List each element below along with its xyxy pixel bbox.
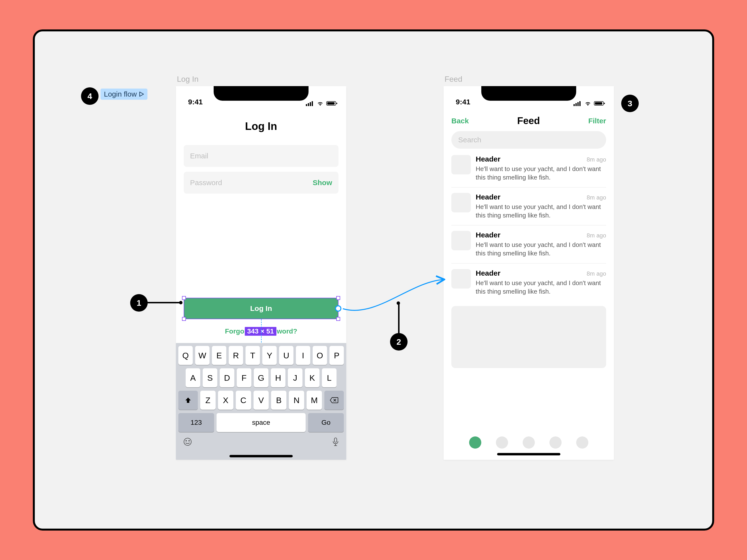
show-password-link[interactable]: Show [313,179,332,187]
flow-chip-label: Login flow [104,90,137,98]
letter-key[interactable]: I [296,346,310,365]
letter-key[interactable]: C [236,391,251,410]
home-indicator[interactable] [229,455,293,457]
svg-point-8 [184,438,191,446]
tab-dot[interactable] [469,436,481,449]
frame-feed[interactable]: 9:41 Back Feed Filter Search Header8m ag… [444,86,614,460]
letter-key[interactable]: E [212,346,226,365]
svg-rect-7 [336,103,337,104]
svg-rect-3 [310,102,311,106]
home-indicator[interactable] [497,453,560,455]
item-time: 8m ago [587,232,606,239]
letter-key[interactable]: Q [178,346,193,365]
annotation-badge: 4 [81,87,99,105]
item-body-text: He'll want to use your yacht, and I don'… [476,203,606,220]
selection-handle-icon[interactable] [336,317,340,321]
tab-dot[interactable] [523,436,535,449]
page-title: Feed [517,115,540,126]
svg-rect-14 [577,102,578,106]
item-time: 8m ago [587,194,606,201]
letter-key[interactable]: Y [262,346,277,365]
letter-key[interactable]: J [288,368,303,387]
letter-key[interactable]: S [203,368,217,387]
svg-rect-1 [306,104,307,106]
signal-icon [573,101,582,106]
letter-key[interactable]: G [254,368,268,387]
list-item[interactable]: Header8m agoHe'll want to use your yacht… [452,264,606,301]
backspace-key[interactable] [324,391,344,410]
keyboard[interactable]: QWERTYUIOP ASDFGHJKL ZXCVBNM 123 space G… [176,343,346,460]
letter-key[interactable]: M [307,391,322,410]
svg-point-9 [186,440,187,442]
shift-key[interactable] [178,391,198,410]
go-key[interactable]: Go [308,413,344,432]
search-placeholder: Search [458,136,481,144]
item-body-text: He'll want to use your yacht, and I don'… [476,241,606,258]
microphone-icon[interactable] [332,437,339,448]
numeric-key[interactable]: 123 [178,413,214,432]
status-bar: 9:41 [176,86,346,108]
letter-key[interactable]: D [220,368,234,387]
back-button[interactable]: Back [452,117,469,125]
status-icons [306,101,337,106]
letter-key[interactable]: X [218,391,233,410]
svg-rect-13 [575,103,577,106]
feed-list[interactable]: Header8m agoHe'll want to use your yacht… [444,150,614,301]
letter-key[interactable]: R [229,346,243,365]
password-field[interactable]: Password Show [184,172,338,194]
thumbnail [452,193,471,212]
letter-key[interactable]: P [330,346,344,365]
letter-key[interactable]: O [313,346,327,365]
prototype-connector[interactable] [342,275,446,318]
forgot-suffix: word? [277,327,297,335]
space-key[interactable]: space [216,413,306,432]
letter-key[interactable]: Z [200,391,215,410]
item-body-text: He'll want to use your yacht, and I don'… [476,165,606,182]
search-input[interactable]: Search [452,131,606,149]
letter-key[interactable]: L [322,368,336,387]
flow-chip[interactable]: Login flow [101,88,148,100]
tab-dot[interactable] [549,436,562,449]
list-item[interactable]: Header8m agoHe'll want to use your yacht… [452,225,606,263]
nav-bar: Back Feed Filter [444,108,614,129]
design-canvas[interactable]: Log In Feed Login flow 9:41 Log In Email… [33,29,714,531]
letter-key[interactable]: U [279,346,293,365]
selection-handle-icon[interactable] [336,296,340,300]
annotation-badge: 3 [621,95,639,112]
frame-login[interactable]: 9:41 Log In Email Password Show Log In F… [176,86,346,460]
status-icons [573,101,605,106]
letter-key[interactable]: K [305,368,319,387]
battery-icon [326,101,337,106]
tab-dot[interactable] [576,436,588,449]
svg-rect-4 [312,101,313,106]
svg-rect-11 [334,438,337,442]
shift-icon [185,397,191,404]
emoji-icon[interactable] [183,437,192,448]
email-field[interactable]: Email [184,145,338,167]
letter-key[interactable]: B [271,391,286,410]
item-header: Header [476,269,500,277]
play-icon [139,91,144,97]
list-item[interactable]: Header8m agoHe'll want to use your yacht… [452,188,606,225]
battery-icon [594,101,605,106]
letter-key[interactable]: F [237,368,251,387]
list-item[interactable]: Header8m agoHe'll want to use your yacht… [452,150,606,188]
login-button[interactable]: Log In [184,298,338,319]
item-header: Header [476,193,500,201]
letter-key[interactable]: H [271,368,285,387]
svg-rect-17 [595,102,602,105]
letter-key[interactable]: N [289,391,304,410]
filter-button[interactable]: Filter [588,117,606,125]
letter-key[interactable]: T [246,346,260,365]
wifi-icon [584,101,592,106]
forgot-prefix: Forgo [225,327,244,335]
letter-key[interactable]: V [254,391,269,410]
selection-handle-icon[interactable] [182,317,186,321]
selection-handle-icon[interactable] [182,296,186,300]
tab-dot[interactable] [496,436,508,449]
letter-key[interactable]: W [195,346,209,365]
letter-key[interactable]: A [186,368,200,387]
svg-rect-15 [579,101,581,106]
svg-rect-2 [308,103,309,106]
prototype-connector-origin[interactable] [335,305,341,312]
